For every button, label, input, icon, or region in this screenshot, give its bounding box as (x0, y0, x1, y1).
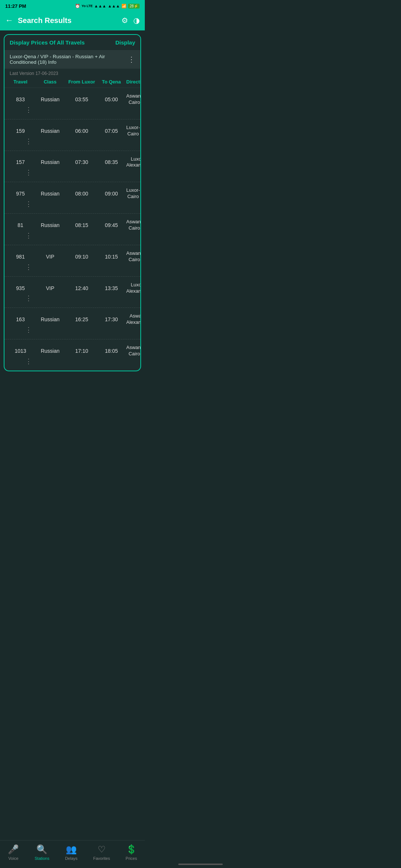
cell-from-6: 12:40 (67, 285, 97, 291)
app-header: ← Search Results ⚙ ◑ (0, 12, 145, 30)
cell-travel-7: 163 (7, 316, 33, 322)
alarm-icon: ⏰ (75, 4, 80, 9)
cell-to-0: 05:00 (97, 96, 126, 102)
status-bar: 11:27 PM ⏰ Yo LTE ▲▲▲ ▲▲▲ 📶 28⚡ (0, 0, 145, 12)
cell-travel-4: 81 (7, 222, 33, 228)
cell-menu-4[interactable]: ⋮ (7, 231, 33, 240)
cell-direction-3: Luxor-Cairo (126, 187, 140, 200)
col-class: Class (33, 79, 67, 85)
cell-menu-2[interactable]: ⋮ (7, 168, 33, 177)
page-title: Search Results (18, 16, 117, 25)
table-row[interactable]: 935 VIP 12:40 13:35 Luxor-Alexandria ⋮ (4, 277, 140, 308)
cell-menu-5[interactable]: ⋮ (7, 263, 33, 271)
display-prices-text: Display Prices Of All Travels (10, 39, 85, 46)
cell-to-2: 08:35 (97, 159, 126, 165)
cell-from-1: 06:00 (67, 128, 97, 134)
table-row[interactable]: 159 Russian 06:00 07:05 Luxor-Cairo ⋮ (4, 119, 140, 151)
row-more-icon-3[interactable]: ⋮ (24, 200, 33, 208)
cell-to-4: 09:45 (97, 222, 126, 228)
cell-from-2: 07:30 (67, 159, 97, 165)
main-content: Display Prices Of All Travels Display Lu… (0, 30, 145, 408)
col-to: To Qena (97, 79, 126, 85)
header-actions: ⚙ ◑ (121, 16, 140, 25)
col-from: From Luxor (67, 79, 97, 85)
cell-class-8: Russian (33, 348, 67, 354)
cell-menu-0[interactable]: ⋮ (7, 106, 33, 114)
row-more-icon-2[interactable]: ⋮ (24, 168, 33, 177)
row-more-icon-6[interactable]: ⋮ (24, 294, 33, 302)
cell-direction-7: Aswan-Alexandria (126, 313, 141, 326)
signal-icon: ▲▲▲ (94, 4, 107, 8)
status-time: 11:27 PM (5, 3, 26, 9)
cell-from-3: 08:00 (67, 191, 97, 197)
cell-from-0: 03:55 (67, 96, 97, 102)
cell-menu-3[interactable]: ⋮ (7, 200, 33, 208)
status-icons: ⏰ Yo LTE ▲▲▲ ▲▲▲ 📶 28⚡ (75, 4, 140, 9)
cell-direction-1: Luxor-Cairo (126, 125, 140, 137)
cell-travel-2: 157 (7, 159, 33, 165)
display-button[interactable]: Display (115, 39, 135, 46)
col-direction: Direction (126, 79, 141, 85)
row-more-icon-8[interactable]: ⋮ (24, 357, 33, 365)
table-row[interactable]: 81 Russian 08:15 09:45 Aswan-Cairo ⋮ (4, 214, 140, 245)
cell-direction-6: Luxor-Alexandria (126, 282, 141, 295)
table-row[interactable]: 975 Russian 08:00 09:00 Luxor-Cairo ⋮ (4, 182, 140, 214)
brightness-icon[interactable]: ◑ (133, 16, 140, 25)
cell-to-7: 17:30 (97, 316, 126, 322)
row-more-icon-5[interactable]: ⋮ (24, 263, 33, 271)
cell-direction-2: Luxor-Alexandria (126, 156, 141, 169)
cell-class-3: Russian (33, 191, 67, 197)
route-more-button[interactable]: ⋮ (125, 55, 135, 64)
cell-direction-8: Aswan-Cairo (126, 345, 141, 357)
table-header: Travel Class From Luxor To Qena Directio… (4, 78, 140, 88)
cell-menu-1[interactable]: ⋮ (7, 137, 33, 145)
results-card: Display Prices Of All Travels Display Lu… (4, 34, 141, 371)
cell-travel-0: 833 (7, 96, 33, 102)
cell-from-4: 08:15 (67, 222, 97, 228)
cell-to-5: 10:15 (97, 254, 126, 260)
route-info-text: Luxor-Qena / VIP - Russian - Russian + A… (10, 54, 125, 65)
row-more-icon-4[interactable]: ⋮ (24, 231, 33, 240)
wifi-icon: 📶 (121, 4, 127, 9)
cell-class-4: Russian (33, 222, 67, 228)
cell-class-6: VIP (33, 285, 67, 291)
cell-travel-1: 159 (7, 128, 33, 134)
display-prices-row: Display Prices Of All Travels Display (4, 35, 140, 50)
route-info-row: Luxor-Qena / VIP - Russian - Russian + A… (4, 50, 140, 69)
signal2-icon: ▲▲▲ (108, 4, 120, 8)
cell-from-8: 17:10 (67, 348, 97, 354)
cell-menu-8[interactable]: ⋮ (7, 357, 33, 365)
cell-to-3: 09:00 (97, 191, 126, 197)
cell-to-1: 07:05 (97, 128, 126, 134)
table-row[interactable]: 981 VIP 09:10 10:15 Aswan-Cairo ⋮ (4, 245, 140, 277)
row-more-icon-0[interactable]: ⋮ (24, 106, 33, 114)
lte-icon: Yo LTE (82, 4, 93, 8)
cell-to-8: 18:05 (97, 348, 126, 354)
table-row[interactable]: 157 Russian 07:30 08:35 Luxor-Alexandria… (4, 151, 140, 183)
cell-class-7: Russian (33, 316, 67, 322)
table-row[interactable]: 163 Russian 16:25 17:30 Aswan-Alexandria… (4, 308, 140, 339)
cell-travel-6: 935 (7, 285, 33, 291)
cell-direction-5: Aswan-Cairo (126, 250, 141, 263)
cell-menu-6[interactable]: ⋮ (7, 294, 33, 302)
cell-from-7: 16:25 (67, 316, 97, 322)
cell-class-2: Russian (33, 159, 67, 165)
table-row[interactable]: 833 Russian 03:55 05:00 Aswan-Cairo ⋮ (4, 88, 140, 119)
table-body: 833 Russian 03:55 05:00 Aswan-Cairo ⋮ 15… (4, 88, 140, 371)
battery-icon: 28⚡ (128, 4, 140, 9)
cell-to-6: 13:35 (97, 285, 126, 291)
cell-class-5: VIP (33, 254, 67, 260)
cell-menu-7[interactable]: ⋮ (7, 326, 33, 334)
cell-direction-0: Aswan-Cairo (126, 93, 141, 106)
settings-icon[interactable]: ⚙ (121, 16, 128, 25)
cell-travel-8: 1013 (7, 348, 33, 354)
back-button[interactable]: ← (5, 16, 13, 25)
cell-class-0: Russian (33, 96, 67, 102)
cell-travel-5: 981 (7, 254, 33, 260)
row-more-icon-7[interactable]: ⋮ (24, 326, 33, 334)
cell-travel-3: 975 (7, 191, 33, 197)
cell-from-5: 09:10 (67, 254, 97, 260)
col-travel: Travel (7, 79, 33, 85)
row-more-icon-1[interactable]: ⋮ (24, 137, 33, 145)
table-row[interactable]: 1013 Russian 17:10 18:05 Aswan-Cairo ⋮ (4, 339, 140, 371)
